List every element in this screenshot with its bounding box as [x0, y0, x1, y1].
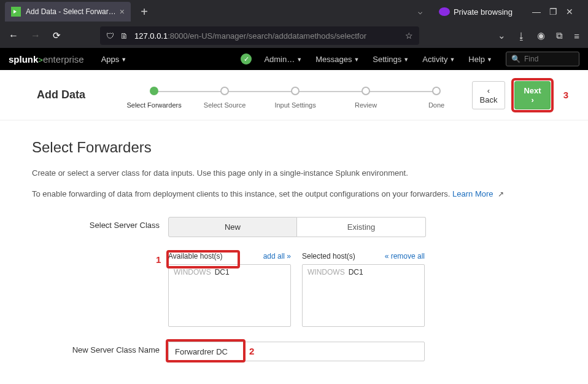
address-bar: ← → ⟳ 🛡 🗎 127.0.0.1:8000/en-US/manager/s… [0, 23, 588, 48]
step-review: Review [331, 87, 401, 109]
external-link-icon: ↗ [496, 190, 504, 198]
hosts-row: 1 Available host(s) add all » WINDOWSDC1 [168, 252, 425, 327]
annotation-2: 2 [249, 346, 259, 356]
settings-menu[interactable]: Settings▼ [373, 55, 409, 64]
window-controls: — ❐ ✕ [522, 7, 583, 17]
new-tab-button[interactable]: + [136, 5, 153, 19]
menu-icon[interactable]: ≡ [574, 31, 579, 41]
wizard-title: Add Data [37, 88, 101, 101]
page-heading: Select Forwarders [32, 139, 556, 156]
splunk-top-bar: splunk>enterprise Apps▼ ✓ Admin…▼ Messag… [0, 48, 588, 70]
server-class-label: Select Server Class [32, 217, 168, 230]
page-icon: 🗎 [120, 31, 128, 41]
step-select-source: Select Source [190, 87, 260, 109]
main-content: Select Forwarders Create or select a ser… [0, 120, 588, 384]
new-class-input-wrap: 2 [168, 342, 425, 361]
page-subtitle-1: Create or select a server class for data… [32, 167, 556, 179]
toggle-existing[interactable]: Existing [297, 217, 426, 237]
activity-menu[interactable]: Activity▼ [422, 55, 455, 64]
available-hosts-header: Available host(s) add all » [168, 252, 291, 261]
annotation-3: 3 [563, 90, 568, 100]
selected-host-item[interactable]: WINDOWSDC1 [303, 265, 424, 280]
splunk-logo[interactable]: splunk>enterprise [9, 54, 84, 65]
new-class-row: New Server Class Name 2 [32, 342, 556, 361]
toggle-new[interactable]: New [168, 217, 297, 237]
new-class-label: New Server Class Name [32, 342, 168, 355]
admin-menu[interactable]: Admin…▼ [264, 55, 302, 64]
browser-chrome: Add Data - Select Forwar… × + ⌵ Private … [0, 0, 588, 48]
stepper-controls: ‹ Back Next › 3 [472, 78, 568, 112]
nav-arrows: ← → [9, 30, 41, 41]
private-browsing-badge: Private browsing [434, 7, 517, 17]
server-class-row: Select Server Class New Existing [32, 217, 556, 237]
find-input[interactable] [524, 55, 573, 63]
bookmark-star-icon[interactable]: ☆ [405, 31, 413, 41]
tab-bar: Add Data - Select Forwar… × + ⌵ Private … [0, 0, 588, 23]
extensions-icon[interactable]: ⧉ [556, 30, 563, 41]
hosts-label-spacer [32, 252, 168, 256]
selected-hosts-col: Selected host(s) « remove all WINDOWSDC1 [302, 252, 425, 327]
step-done: Done [401, 87, 472, 109]
next-button[interactable]: Next › [514, 81, 550, 109]
available-hosts-box[interactable]: WINDOWSDC1 [168, 264, 291, 327]
learn-more-link[interactable]: Learn More [452, 189, 493, 198]
tab-close-icon[interactable]: × [120, 7, 125, 17]
reload-icon[interactable]: ⟳ [53, 30, 61, 41]
remove-all-link[interactable]: « remove all [385, 252, 425, 261]
annotation-1: 1 [156, 254, 161, 265]
form-section: Select Server Class New Existing 1 Avail… [32, 217, 556, 361]
server-class-toggle: New Existing [168, 217, 426, 237]
forward-icon: → [31, 30, 41, 41]
search-icon: 🔍 [511, 55, 520, 63]
tab-title: Add Data - Select Forwar… [26, 7, 115, 16]
mask-icon [439, 7, 450, 16]
steps: Select Forwarders Select Source Input Se… [119, 82, 472, 109]
help-menu[interactable]: Help▼ [468, 55, 492, 64]
downloads-icon[interactable]: ⭳ [517, 31, 526, 41]
wizard-stepper: Add Data Select Forwarders Select Source… [0, 70, 588, 120]
account-icon[interactable]: ◉ [537, 30, 545, 41]
available-hosts-col: 1 Available host(s) add all » WINDOWSDC1 [168, 252, 291, 327]
add-all-link[interactable]: add all » [263, 252, 291, 261]
pocket-icon[interactable]: ⌄ [498, 30, 506, 41]
hosts-row-wrap: 1 Available host(s) add all » WINDOWSDC1 [32, 252, 556, 327]
restore-icon[interactable]: ❐ [549, 7, 557, 17]
favicon-icon [11, 7, 21, 17]
url-text: 127.0.0.1:8000/en-US/manager/search/addd… [134, 31, 399, 41]
available-host-item[interactable]: WINDOWSDC1 [169, 265, 290, 280]
selected-hosts-box[interactable]: WINDOWSDC1 [302, 264, 425, 327]
back-button[interactable]: ‹ Back [472, 81, 506, 109]
minimize-icon[interactable]: — [532, 7, 541, 17]
steps-wrap: Select Forwarders Select Source Input Se… [101, 82, 472, 109]
selected-hosts-header: Selected host(s) « remove all [302, 252, 425, 261]
status-ok-icon[interactable]: ✓ [241, 53, 252, 65]
selected-label: Selected host(s) [302, 252, 355, 261]
browser-tab[interactable]: Add Data - Select Forwar… × [5, 2, 131, 22]
step-select-forwarders[interactable]: Select Forwarders [119, 87, 190, 109]
shield-icon[interactable]: 🛡 [106, 31, 114, 41]
close-window-icon[interactable]: ✕ [566, 7, 573, 17]
tabs-dropdown-icon[interactable]: ⌵ [412, 7, 429, 16]
private-label: Private browsing [454, 7, 513, 17]
find-box[interactable]: 🔍 [506, 52, 579, 66]
messages-menu[interactable]: Messages▼ [315, 55, 359, 64]
next-button-highlight: Next › [511, 78, 553, 112]
page-subtitle-2: To enable forwarding of data from deploy… [32, 188, 556, 200]
back-icon[interactable]: ← [9, 30, 18, 41]
available-label: Available host(s) [168, 252, 223, 261]
url-box[interactable]: 🛡 🗎 127.0.0.1:8000/en-US/manager/search/… [100, 26, 419, 45]
toolbar-right-icons: ⌄ ⭳ ◉ ⧉ ≡ [498, 30, 579, 41]
apps-menu[interactable]: Apps▼ [101, 55, 127, 64]
new-class-input[interactable] [168, 342, 425, 361]
step-input-settings: Input Settings [260, 87, 331, 109]
